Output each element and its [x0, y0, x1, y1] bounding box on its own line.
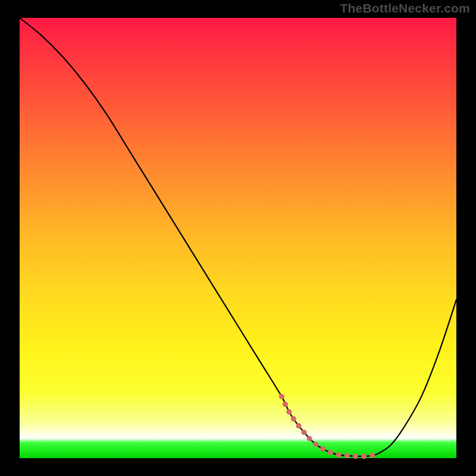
bottleneck-chart	[20, 18, 456, 458]
chart-container: TheBottleNecker.com	[0, 0, 476, 476]
watermark-text: TheBottleNecker.com	[340, 1, 470, 15]
trough-highlight	[281, 396, 377, 456]
bottleneck-curve-line	[20, 18, 456, 456]
